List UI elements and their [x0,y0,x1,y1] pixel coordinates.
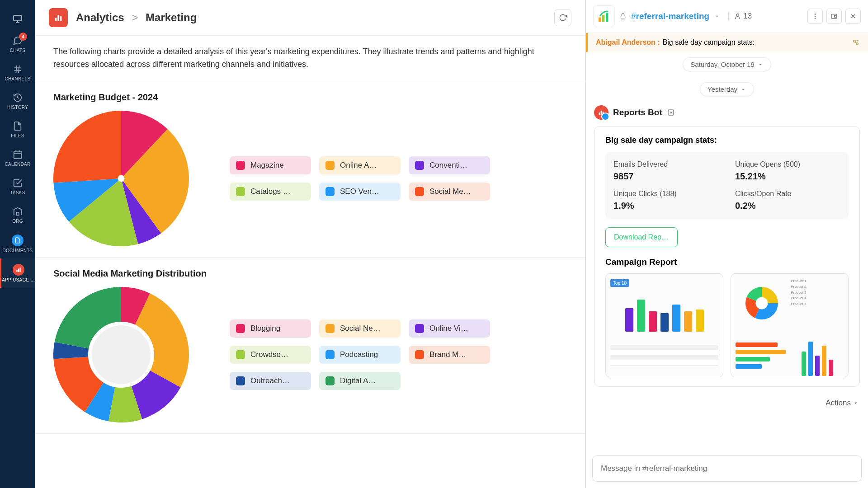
refresh-button[interactable] [554,9,571,26]
stat-item: Unique Clicks (188)1.9% [613,190,719,211]
sidebar-item-monitor[interactable] [0,8,35,30]
sidebar-item-history[interactable]: HISTORY [0,87,35,115]
pin-icon[interactable] [852,38,860,47]
legend-item[interactable]: Crowdso… [230,346,311,364]
svg-rect-14 [19,267,20,272]
crumb-separator: > [132,11,138,23]
svg-rect-21 [606,13,608,22]
legend-label: Social Me… [429,187,471,196]
sidebar-item-label: CHATS [10,48,26,53]
legend-label: Crowdso… [250,350,288,359]
legend-swatch [236,324,245,333]
legend-item[interactable]: Brand M… [409,346,490,364]
svg-rect-7 [14,151,22,159]
legend-item[interactable]: Digital A… [319,372,401,390]
sidebar-item-app-usage[interactable]: APP USAGE ... [0,258,35,288]
svg-rect-28 [835,15,836,17]
message-input[interactable] [601,464,853,473]
svg-rect-22 [621,16,625,19]
legend-swatch [415,187,424,196]
sidebar-item-files[interactable]: FILES [0,115,35,144]
legend-item[interactable]: Magazine [230,156,311,174]
legend-item[interactable]: Social Me… [409,183,490,201]
sidebar-item-chats[interactable]: 4 CHATS [0,30,35,58]
member-count[interactable]: 13 [728,12,752,21]
sidebar-item-tasks[interactable]: TASKS [0,172,35,201]
close-button[interactable] [845,9,861,24]
legend-label: Catalogs … [250,187,291,196]
sidebar-item-org[interactable]: ORG [0,201,35,229]
date-separator[interactable]: Yesterday [700,82,754,96]
pinned-message[interactable]: Abigail Anderson : Big sale day campaign… [586,33,868,52]
chart-legend: BloggingSocial Ne…Online Vi…Crowdso…Podc… [230,319,490,390]
channel-name[interactable]: #referral-marketing [631,11,709,21]
bot-badge-icon [667,108,675,117]
channel-logo [593,5,615,27]
legend-item[interactable]: Social Ne… [319,319,401,338]
message-composer[interactable] [592,455,862,482]
stat-value: 15.21% [735,171,840,182]
svg-rect-15 [55,18,57,21]
chat-panel: #referral-marketing 13 Abigail Anderson … [585,0,868,488]
report-thumbnail-2[interactable]: Product 1Product 2Product 3Product 4Prod… [731,273,849,377]
legend-item[interactable]: Online Vi… [409,319,490,338]
crumb-root[interactable]: Analytics [76,11,124,23]
legend-swatch [326,187,335,196]
svg-rect-36 [601,111,602,115]
legend-item[interactable]: Online A… [319,156,401,174]
legend-swatch [236,376,245,385]
lock-icon [619,13,627,20]
stat-label: Clicks/Open Rate [735,190,840,198]
channel-dropdown-icon[interactable] [714,13,720,19]
legend-swatch [236,187,245,196]
sidebar-item-label: TASKS [10,190,25,195]
svg-rect-35 [599,113,600,115]
legend-swatch [236,350,245,359]
download-report-button[interactable]: Download Repo… [605,227,678,247]
sidebar-item-label: ORG [12,219,23,224]
legend-label: Podcasting [340,350,378,359]
actions-dropdown[interactable]: Actions [826,399,859,408]
legend-item[interactable]: Outreach… [230,372,311,390]
bot-avatar [594,105,609,120]
stat-item: Unique Opens (500)15.21% [735,160,840,182]
page-header: Analytics > Marketing [35,0,585,36]
stat-label: Unique Clicks (188) [613,190,719,198]
popout-button[interactable] [826,9,842,24]
sidebar-item-documents[interactable]: DOCUMENTS [0,229,35,258]
sidebar-item-label: CHANNELS [5,76,31,81]
legend-label: Brand M… [429,350,466,359]
sidebar-item-channels[interactable]: CHANNELS [0,58,35,87]
pie-chart[interactable] [53,111,189,246]
svg-rect-37 [603,112,604,115]
legend-swatch [326,161,335,170]
legend-item[interactable]: Blogging [230,319,311,338]
monitor-icon [12,14,23,24]
legend-item[interactable]: Conventi… [409,156,490,174]
svg-point-39 [670,112,671,113]
breadcrumb: Analytics > Marketing [76,11,197,24]
org-icon [12,206,23,217]
legend-item[interactable]: Podcasting [319,346,401,364]
legend-label: Blogging [250,324,280,333]
sidebar-item-label: FILES [11,133,24,138]
sidebar-item-calendar[interactable]: CALENDAR [0,144,35,172]
legend-swatch [236,161,245,170]
crumb-leaf: Marketing [146,11,197,23]
app-logo [49,8,68,27]
report-heading: Campaign Report [605,257,849,267]
more-button[interactable] [807,9,823,24]
app-usage-icon [13,264,24,276]
report-thumbnail-1[interactable]: Top 10 [605,273,723,377]
svg-point-18 [118,175,125,182]
legend-item[interactable]: Catalogs … [230,183,311,201]
donut-chart[interactable] [53,287,189,422]
svg-point-24 [815,14,816,15]
legend-item[interactable]: SEO Ven… [319,183,401,201]
chart-title: Marketing Budget - 2024 [53,92,567,103]
legend-label: SEO Ven… [340,187,379,196]
legend-label: Social Ne… [340,324,381,333]
legend-swatch [415,161,424,170]
date-separator[interactable]: Saturday, October 19 [683,57,771,71]
intro-text: The following charts provide a detailed … [35,36,585,81]
